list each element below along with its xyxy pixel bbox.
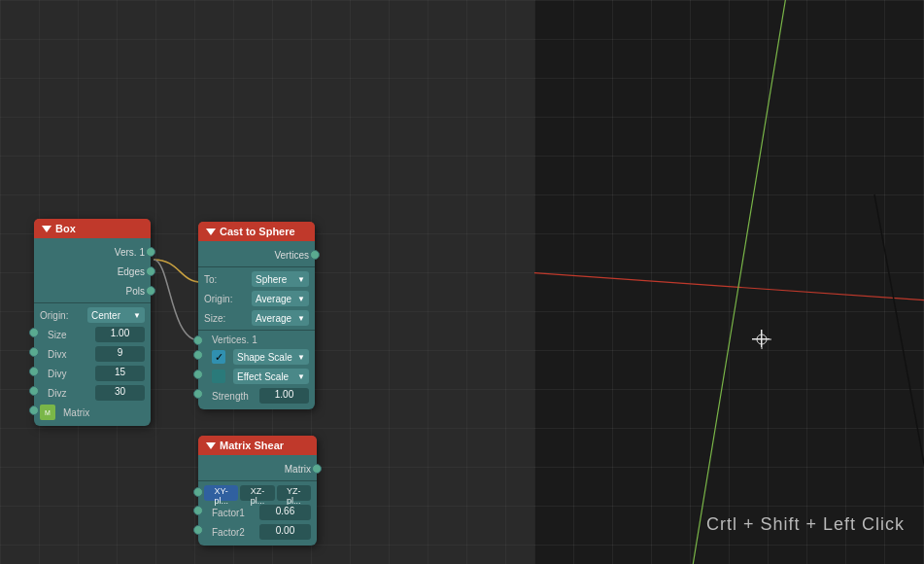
cast-origin-label: Origin: (204, 294, 248, 304)
divy-socket[interactable] (29, 367, 39, 376)
sep2 (198, 266, 315, 267)
box-node-header: Box (34, 219, 151, 238)
matrix-socket[interactable] (29, 405, 39, 415)
divx-field-row: Divx 9 (34, 344, 151, 364)
vers-label: Vers. 1 (40, 247, 145, 258)
viewport[interactable]: Crtl + Shift + Left Click (534, 0, 924, 564)
cast-origin-dropdown[interactable]: Average ▼ (252, 291, 309, 306)
effect-scale-label: Effect Scale (237, 371, 289, 382)
effect-scale-socket[interactable] (193, 370, 203, 379)
box-node-body: Vers. 1 Edges Pols Origin: Center ▼ (34, 238, 151, 426)
matrix-row: M Matrix (34, 403, 151, 422)
yz-input[interactable]: YZ-pl... (277, 485, 311, 501)
strength-value[interactable]: 1.00 (259, 388, 309, 404)
node-editor[interactable]: Box Vers. 1 Edges Pols Origin: Center (0, 0, 534, 564)
box-node: Box Vers. 1 Edges Pols Origin: Center (34, 219, 151, 426)
xz-input[interactable]: XZ-pl... (240, 485, 274, 501)
to-value: Sphere (256, 274, 287, 285)
size-value[interactable]: 1.00 (95, 327, 145, 342)
vertices-output-row: Vertices (198, 245, 315, 264)
divy-label: Divy (48, 369, 91, 379)
cast-collapse-icon[interactable] (206, 229, 216, 235)
factor2-label: Factor2 (212, 527, 256, 538)
effect-scale-row: Effect Scale ▼ (198, 367, 315, 386)
to-dropdown[interactable]: Sphere ▼ (252, 271, 309, 287)
factor2-socket[interactable] (193, 525, 203, 535)
pols-socket[interactable] (146, 286, 155, 296)
matrix-shear-body: Matrix XY-pl... XZ-pl... YZ-pl... Factor… (198, 455, 317, 546)
sep3 (198, 330, 315, 331)
shape-scale-dropdown[interactable]: Shape Scale ▼ (233, 349, 309, 365)
divy-value[interactable]: 15 (95, 366, 145, 381)
cast-origin-arrow: ▼ (297, 295, 305, 303)
cast-size-value: Average (256, 313, 291, 324)
hint-text: Crtl + Shift + Left Click (706, 514, 905, 535)
cast-origin-value: Average (256, 294, 291, 304)
size-field-row: Size 1.00 (34, 325, 151, 344)
pols-output-row: Pols (34, 281, 151, 300)
strength-socket[interactable] (193, 389, 203, 399)
shape-scale-label: Shape Scale (237, 352, 292, 363)
divx-socket[interactable] (29, 347, 39, 357)
divz-field-row: Divz 30 (34, 383, 151, 403)
plane-socket[interactable] (193, 487, 203, 497)
effect-scale-arrow: ▼ (297, 372, 305, 381)
pols-label: Pols (40, 286, 145, 297)
factor1-row: Factor1 0.66 (198, 503, 317, 522)
shape-scale-row: ✓ Shape Scale ▼ (198, 347, 315, 367)
matrix-output-socket[interactable] (312, 464, 322, 474)
cast-node-header: Cast to Sphere (198, 222, 315, 241)
to-label: To: (204, 274, 248, 285)
vertices-input-label: Vertices. 1 (212, 335, 290, 345)
separator (34, 302, 151, 303)
to-row: To: Sphere ▼ (198, 269, 315, 289)
xy-input[interactable]: XY-pl... (204, 485, 238, 501)
size-socket[interactable] (29, 328, 39, 337)
matrix-output-row: Matrix (198, 459, 317, 478)
matrix-collapse-icon[interactable] (206, 442, 216, 449)
shape-scale-socket[interactable] (193, 350, 203, 360)
plane-inputs-row: XY-pl... XZ-pl... YZ-pl... (198, 483, 317, 503)
shape-scale-toggle[interactable]: ✓ (212, 350, 225, 364)
vertices-output-socket[interactable] (310, 250, 320, 260)
factor1-socket[interactable] (193, 506, 203, 515)
matrix-shear-header: Matrix Shear (198, 436, 317, 455)
box-node-title: Box (55, 223, 76, 234)
divy-field-row: Divy 15 (34, 364, 151, 383)
vers-output-row: Vers. 1 (34, 242, 151, 262)
divx-value[interactable]: 9 (95, 346, 145, 362)
vertices-input-row: Vertices. 1 (198, 333, 315, 347)
factor1-value[interactable]: 0.66 (259, 505, 311, 520)
matrix-shear-node: Matrix Shear Matrix XY-pl... XZ-pl... YZ… (198, 436, 317, 546)
vertices-output-label: Vertices (204, 250, 309, 261)
matrix-icon: M (40, 405, 55, 420)
crosshair (752, 330, 770, 347)
cast-origin-row: Origin: Average ▼ (198, 289, 315, 308)
cast-size-dropdown[interactable]: Average ▼ (252, 310, 309, 326)
to-arrow: ▼ (297, 275, 305, 284)
divz-socket[interactable] (29, 386, 39, 396)
factor2-value[interactable]: 0.00 (259, 524, 311, 540)
divx-label: Divx (48, 349, 91, 360)
matrix-output-label: Matrix (204, 464, 311, 475)
edges-output-row: Edges (34, 262, 151, 281)
effect-scale-toggle[interactable] (212, 370, 225, 383)
vertices-input-socket[interactable] (193, 335, 203, 345)
viewport-grid (534, 0, 924, 564)
origin-arrow: ▼ (133, 311, 141, 320)
edges-socket[interactable] (146, 266, 155, 276)
matrix-sep (198, 480, 317, 481)
collapse-icon[interactable] (42, 226, 51, 232)
strength-row: Strength 1.00 (198, 386, 315, 405)
divz-value[interactable]: 30 (95, 385, 145, 401)
size-row: Size: Average ▼ (198, 308, 315, 328)
cast-size-arrow: ▼ (297, 314, 305, 323)
size-label: Size (48, 330, 91, 340)
effect-scale-dropdown[interactable]: Effect Scale ▼ (233, 369, 309, 384)
origin-value: Center (91, 310, 120, 321)
origin-dropdown[interactable]: Center ▼ (87, 307, 145, 323)
matrix-label: Matrix (63, 407, 107, 418)
divz-label: Divz (48, 388, 91, 399)
vers-socket[interactable] (146, 247, 155, 257)
shape-scale-arrow: ▼ (297, 353, 305, 362)
